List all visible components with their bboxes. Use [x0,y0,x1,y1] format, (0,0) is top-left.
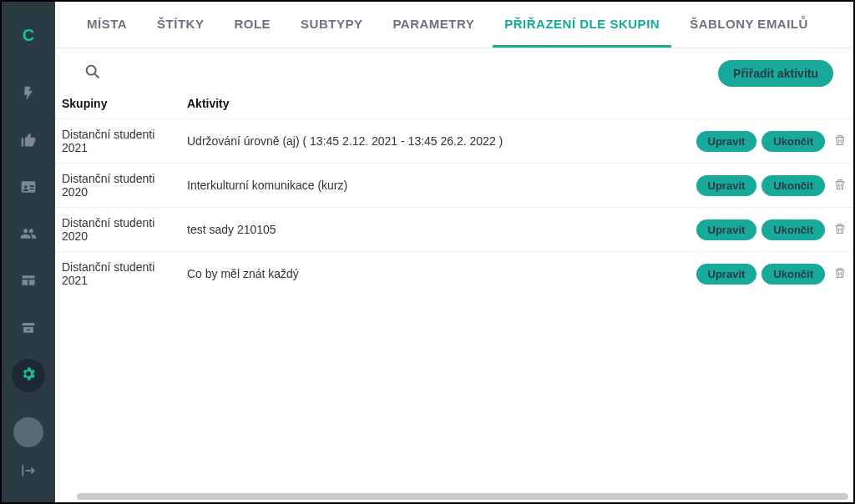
end-button[interactable]: Ukončit [761,219,825,240]
tab-role[interactable]: Role [222,2,282,48]
edit-button[interactable]: Upravit [696,175,757,196]
cell-group: Distanční studenti 2021 [55,252,180,296]
cell-actions: UpravitUkončit [685,119,853,164]
sidebar: C [2,2,55,502]
delete-button[interactable] [833,222,847,238]
avatar[interactable] [13,417,43,447]
tab-label: Šablony emailů [690,17,808,31]
end-label: Ukončit [773,179,813,192]
edit-button[interactable]: Upravit [696,219,757,240]
tab-label: Místa [87,17,127,31]
end-button[interactable]: Ukončit [761,264,825,285]
brand-logo[interactable]: C [12,18,45,52]
cell-activity: Udržování úrovně (aj) ( 13:45 2.12. 2021… [180,119,685,164]
sidebar-item-settings[interactable] [12,359,45,392]
id-card-icon [20,179,37,199]
tab-label: Přiřazení dle skupin [504,17,660,31]
table-row: Distanční studenti 2021Udržování úrovně … [55,119,853,164]
cell-group: Distanční studenti 2020 [55,208,180,252]
sidebar-item-archive[interactable] [12,312,45,345]
bolt-icon [20,85,37,105]
main-panel: Místa Štítky Role Subtypy Parametry Přiř… [55,2,853,502]
assign-activity-label: Přiřadit aktivitu [733,67,818,80]
tab-mista[interactable]: Místa [75,2,139,48]
tab-label: Parametry [392,17,474,31]
gear-icon [20,365,37,386]
table-header-row: Skupiny Aktivity [55,92,853,119]
end-label: Ukončit [773,268,813,280]
search-icon[interactable] [83,63,102,84]
app-frame: C [0,0,855,504]
table-scroll[interactable]: Skupiny Aktivity Distanční studenti 2021… [55,92,853,494]
tab-parametry[interactable]: Parametry [381,2,486,48]
col-header-actions [685,92,853,119]
sidebar-item-users[interactable] [12,219,45,252]
delete-button[interactable] [833,178,847,194]
assignments-table: Skupiny Aktivity Distanční studenti 2021… [55,92,853,295]
tab-prirazeni-dle-skupin[interactable]: Přiřazení dle skupin [493,2,671,48]
tab-label: Subtypy [301,17,362,31]
col-header-activity: Aktivity [180,92,685,119]
hscroll-track [58,493,850,500]
horizontal-scrollbar[interactable] [55,494,853,502]
end-label: Ukončit [773,224,813,236]
tab-stitky[interactable]: Štítky [145,2,215,48]
tab-subtypy[interactable]: Subtypy [289,2,374,48]
cell-actions: UpravitUkončit [685,252,853,296]
trash-icon [833,134,847,149]
cell-activity: test sady 210105 [180,208,685,252]
toolbar: Přiřadit aktivitu [55,48,853,92]
svg-point-0 [87,66,96,75]
tabs: Místa Štítky Role Subtypy Parametry Přiř… [55,2,853,48]
edit-label: Upravit [708,179,746,192]
cell-activity: Co by měl znát každý [180,252,685,296]
edit-label: Upravit [708,135,746,148]
end-label: Ukončit [773,135,813,148]
archive-icon [20,319,37,339]
trash-icon [833,266,847,282]
thumbs-up-icon [20,132,37,152]
edit-label: Upravit [708,268,746,280]
cell-group: Distanční studenti 2021 [55,119,180,164]
logout-icon [20,462,37,482]
edit-button[interactable]: Upravit [696,264,757,285]
table-icon [20,272,37,292]
end-button[interactable]: Ukončit [761,131,825,152]
end-button[interactable]: Ukončit [761,175,825,196]
sidebar-item-cards[interactable] [12,172,45,205]
edit-button[interactable]: Upravit [696,131,757,152]
tab-label: Štítky [157,17,204,31]
tab-sablony-emailu[interactable]: Šablony emailů [678,2,820,48]
cell-activity: Interkulturní komunikace (kurz) [180,164,685,208]
delete-button[interactable] [833,134,847,149]
users-icon [20,225,37,245]
trash-icon [833,222,847,238]
edit-label: Upravit [708,224,746,236]
brand-logo-letter: C [23,26,34,45]
tab-label: Role [234,17,271,31]
table-row: Distanční studenti 2020Interkulturní kom… [55,164,853,208]
cell-actions: UpravitUkončit [685,164,853,208]
assign-activity-button[interactable]: Přiřadit aktivitu [718,60,833,87]
sidebar-item-tables[interactable] [12,265,45,299]
cell-group: Distanční studenti 2020 [55,164,180,208]
logout-button[interactable] [12,456,45,489]
delete-button[interactable] [833,266,847,282]
cell-actions: UpravitUkončit [685,208,853,252]
sidebar-item-activity[interactable] [12,78,45,112]
sidebar-item-feedback[interactable] [12,125,45,159]
table-row: Distanční studenti 2021Co by měl znát ka… [55,252,853,296]
col-header-group: Skupiny [55,92,180,119]
hscroll-thumb[interactable] [77,493,848,500]
table-row: Distanční studenti 2020test sady 210105U… [55,208,853,252]
trash-icon [833,178,847,194]
